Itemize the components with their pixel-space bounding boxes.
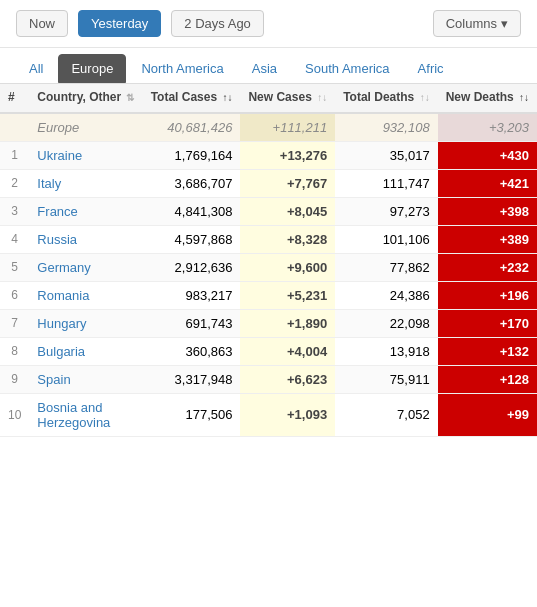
table-row: 1 Ukraine 1,769,164 +13,276 35,017 +430 <box>0 141 537 169</box>
columns-button[interactable]: Columns ▾ <box>433 10 521 37</box>
col-new-deaths[interactable]: New Deaths ↑↓ <box>438 84 537 113</box>
sort-new-deaths-icon: ↑↓ <box>519 92 529 103</box>
row-num: 9 <box>0 365 29 393</box>
row-country: Italy <box>29 169 142 197</box>
table-row: 6 Romania 983,217 +5,231 24,386 +196 <box>0 281 537 309</box>
col-total-cases[interactable]: Total Cases ↑↓ <box>143 84 241 113</box>
row-num: 3 <box>0 197 29 225</box>
country-link[interactable]: France <box>37 204 77 219</box>
table-row: 2 Italy 3,686,707 +7,767 111,747 +421 <box>0 169 537 197</box>
tab-south-america[interactable]: South America <box>292 54 403 83</box>
col-new-cases[interactable]: New Cases ↑↓ <box>240 84 335 113</box>
row-new-deaths: +99 <box>438 393 537 436</box>
row-total-cases: 983,217 <box>143 281 241 309</box>
row-new-deaths: +132 <box>438 337 537 365</box>
row-total-deaths: 22,098 <box>335 309 437 337</box>
europe-name: Europe <box>29 113 142 142</box>
top-bar: Now Yesterday 2 Days Ago Columns ▾ <box>0 0 537 48</box>
country-link[interactable]: Russia <box>37 232 77 247</box>
row-country: France <box>29 197 142 225</box>
row-num: 5 <box>0 253 29 281</box>
table-row: 5 Germany 2,912,636 +9,600 77,862 +232 <box>0 253 537 281</box>
row-new-cases: +4,004 <box>240 337 335 365</box>
row-country: Romania <box>29 281 142 309</box>
country-link[interactable]: Germany <box>37 260 90 275</box>
row-country: Hungary <box>29 309 142 337</box>
table-row: 7 Hungary 691,743 +1,890 22,098 +170 <box>0 309 537 337</box>
row-new-deaths: +170 <box>438 309 537 337</box>
tab-all[interactable]: All <box>16 54 56 83</box>
country-link[interactable]: Bosnia and Herzegovina <box>37 400 110 430</box>
covid-table: # Country, Other ⇅ Total Cases ↑↓ New Ca… <box>0 84 537 437</box>
row-total-cases: 2,912,636 <box>143 253 241 281</box>
col-num: # <box>0 84 29 113</box>
tab-north-america[interactable]: North America <box>128 54 236 83</box>
row-new-cases: +13,276 <box>240 141 335 169</box>
country-link[interactable]: Hungary <box>37 316 86 331</box>
now-button[interactable]: Now <box>16 10 68 37</box>
country-link[interactable]: Romania <box>37 288 89 303</box>
row-total-cases: 3,317,948 <box>143 365 241 393</box>
row-new-cases: +1,093 <box>240 393 335 436</box>
row-new-cases: +1,890 <box>240 309 335 337</box>
row-total-deaths: 24,386 <box>335 281 437 309</box>
row-total-deaths: 111,747 <box>335 169 437 197</box>
country-link[interactable]: Italy <box>37 176 61 191</box>
two-days-ago-button[interactable]: 2 Days Ago <box>171 10 264 37</box>
row-country: Russia <box>29 225 142 253</box>
europe-new-cases: +111,211 <box>240 113 335 142</box>
row-total-deaths: 13,918 <box>335 337 437 365</box>
row-new-cases: +8,328 <box>240 225 335 253</box>
row-num: 10 <box>0 393 29 436</box>
table-row: 8 Bulgaria 360,863 +4,004 13,918 +132 <box>0 337 537 365</box>
sort-total-cases-icon: ↑↓ <box>222 92 232 103</box>
country-link[interactable]: Ukraine <box>37 148 82 163</box>
row-new-deaths: +128 <box>438 365 537 393</box>
europe-total-cases: 40,681,426 <box>143 113 241 142</box>
row-country: Bosnia and Herzegovina <box>29 393 142 436</box>
columns-label: Columns <box>446 16 497 31</box>
country-link[interactable]: Spain <box>37 372 70 387</box>
tab-asia[interactable]: Asia <box>239 54 290 83</box>
country-link[interactable]: Bulgaria <box>37 344 85 359</box>
yesterday-button[interactable]: Yesterday <box>78 10 161 37</box>
table-row: 3 France 4,841,308 +8,045 97,273 +398 <box>0 197 537 225</box>
row-new-deaths: +430 <box>438 141 537 169</box>
row-new-cases: +8,045 <box>240 197 335 225</box>
europe-num <box>0 113 29 142</box>
row-country: Spain <box>29 365 142 393</box>
sort-total-deaths-icon: ↑↓ <box>420 92 430 103</box>
row-new-deaths: +232 <box>438 253 537 281</box>
table-row: 10 Bosnia and Herzegovina 177,506 +1,093… <box>0 393 537 436</box>
row-total-cases: 177,506 <box>143 393 241 436</box>
row-total-deaths: 97,273 <box>335 197 437 225</box>
row-new-cases: +7,767 <box>240 169 335 197</box>
row-new-cases: +6,623 <box>240 365 335 393</box>
tab-europe[interactable]: Europe <box>58 54 126 83</box>
row-total-cases: 691,743 <box>143 309 241 337</box>
tab-africa[interactable]: Afric <box>405 54 457 83</box>
row-country: Ukraine <box>29 141 142 169</box>
row-new-deaths: +389 <box>438 225 537 253</box>
sort-country-icon: ⇅ <box>126 92 134 103</box>
col-country[interactable]: Country, Other ⇅ <box>29 84 142 113</box>
row-total-deaths: 7,052 <box>335 393 437 436</box>
row-total-cases: 4,597,868 <box>143 225 241 253</box>
row-total-cases: 1,769,164 <box>143 141 241 169</box>
row-num: 6 <box>0 281 29 309</box>
row-new-deaths: +196 <box>438 281 537 309</box>
chevron-down-icon: ▾ <box>501 16 508 31</box>
table-row: 4 Russia 4,597,868 +8,328 101,106 +389 <box>0 225 537 253</box>
table-row: 9 Spain 3,317,948 +6,623 75,911 +128 <box>0 365 537 393</box>
row-total-deaths: 77,862 <box>335 253 437 281</box>
data-table-wrap: # Country, Other ⇅ Total Cases ↑↓ New Ca… <box>0 84 537 437</box>
row-new-deaths: +398 <box>438 197 537 225</box>
row-new-cases: +9,600 <box>240 253 335 281</box>
region-tabs: All Europe North America Asia South Amer… <box>0 48 537 84</box>
col-total-deaths[interactable]: Total Deaths ↑↓ <box>335 84 437 113</box>
europe-total-deaths: 932,108 <box>335 113 437 142</box>
row-new-deaths: +421 <box>438 169 537 197</box>
row-num: 1 <box>0 141 29 169</box>
row-country: Bulgaria <box>29 337 142 365</box>
row-total-cases: 3,686,707 <box>143 169 241 197</box>
